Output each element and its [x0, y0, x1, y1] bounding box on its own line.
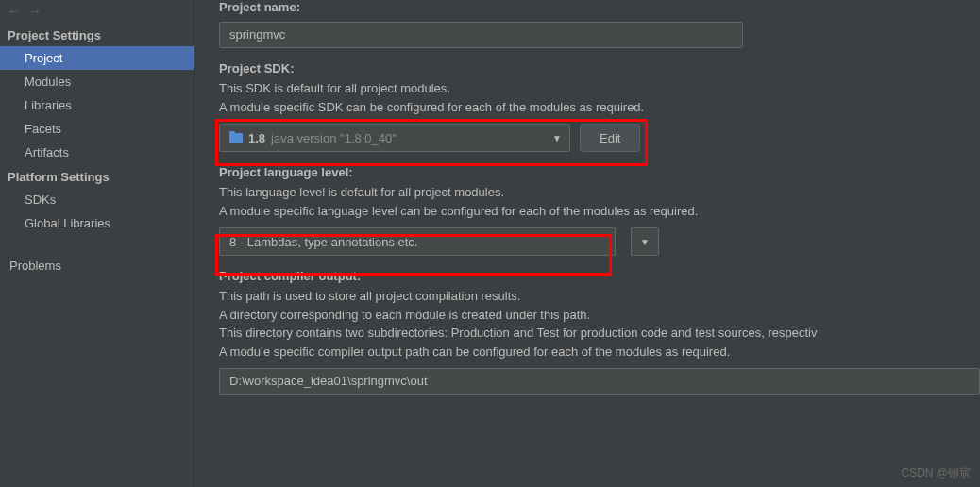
sidebar: ← → Project Settings Project Modules Lib… — [0, 0, 194, 487]
language-level-arrow[interactable]: ▼ — [631, 227, 659, 256]
sidebar-item-project[interactable]: Project — [0, 46, 194, 70]
project-name-input[interactable]: springmvc — [219, 22, 743, 48]
sidebar-item-sdks[interactable]: SDKs — [0, 188, 194, 211]
project-sdk-dropdown[interactable]: 1.8 java version "1.8.0_40" ▼ — [219, 124, 570, 152]
chevron-down-icon: ▼ — [633, 237, 657, 247]
language-level-dropdown[interactable]: 8 - Lambdas, type annotations etc. — [219, 227, 616, 256]
sdk-desc2: A module specific SDK can be configured … — [219, 98, 980, 117]
sidebar-item-modules[interactable]: Modules — [0, 70, 194, 93]
compiler-desc4: A module specific compiler output path c… — [219, 343, 980, 361]
sidebar-item-artifacts[interactable]: Artifacts — [0, 141, 194, 164]
sidebar-item-problems[interactable]: Problems — [0, 254, 194, 277]
sidebar-item-libraries[interactable]: Libraries — [0, 93, 194, 117]
watermark: CSDN @铆宸 — [901, 465, 971, 481]
sidebar-item-facets[interactable]: Facets — [0, 117, 194, 141]
compiler-output-label: Project compiler output: — [219, 269, 980, 283]
compiler-desc3: This directory contains two subdirectori… — [219, 324, 980, 343]
nav-arrows: ← → — [0, 0, 194, 23]
compiler-output-input[interactable]: D:\workspace_idea01\springmvc\out — [219, 368, 980, 395]
lang-desc2: A module specific language level can be … — [219, 202, 980, 221]
edit-button[interactable]: Edit — [580, 124, 640, 152]
sdk-desc1: This SDK is default for all project modu… — [219, 79, 980, 98]
lang-desc1: This language level is default for all p… — [219, 183, 980, 202]
forward-arrow-icon[interactable]: → — [28, 4, 42, 19]
lang-level-label: Project language level: — [219, 165, 980, 179]
back-arrow-icon[interactable]: ← — [8, 4, 21, 19]
project-name-label: Project name: — [219, 0, 980, 14]
compiler-desc1: This path is used to store all project c… — [219, 287, 980, 306]
sdk-detail: java version "1.8.0_40" — [271, 131, 397, 145]
project-sdk-label: Project SDK: — [219, 61, 980, 76]
main-panel: Project name: springmvc Project SDK: Thi… — [194, 0, 980, 487]
compiler-desc2: A directory corresponding to each module… — [219, 306, 980, 325]
section-platform-settings: Platform Settings — [0, 164, 194, 188]
sdk-version: 1.8 — [248, 131, 265, 145]
lang-level-value: 8 - Lambdas, type annotations etc. — [229, 235, 417, 249]
section-project-settings: Project Settings — [0, 23, 194, 46]
folder-icon — [229, 133, 243, 143]
chevron-down-icon: ▼ — [545, 133, 569, 143]
sidebar-item-global-libraries[interactable]: Global Libraries — [0, 211, 194, 235]
